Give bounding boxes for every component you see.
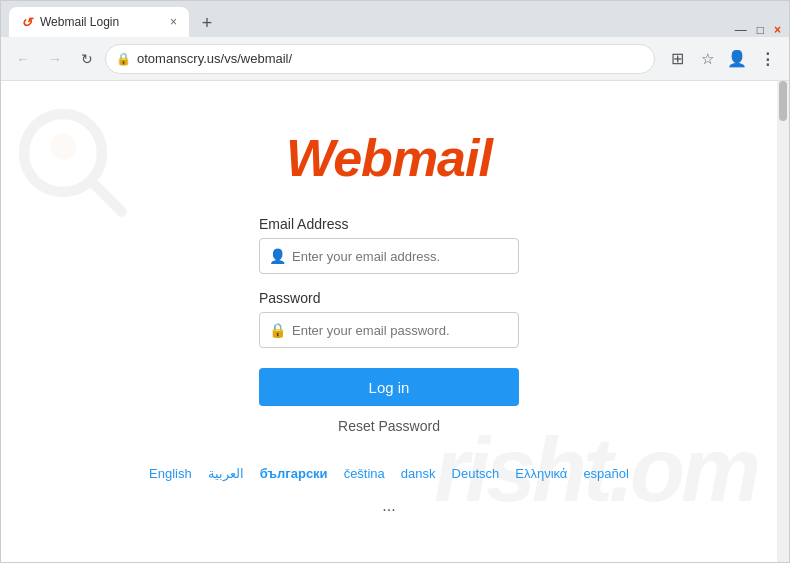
user-icon: 👤 (269, 248, 286, 264)
email-input[interactable] (259, 238, 519, 274)
url-text: otomanscry.us/vs/webmail/ (137, 51, 292, 66)
lang-arabic[interactable]: العربية (208, 466, 244, 481)
email-input-wrapper: 👤 (259, 238, 519, 274)
login-container: Webmail Email Address 👤 Password 🔒 Log i… (1, 81, 777, 562)
lock-input-icon: 🔒 (269, 322, 286, 338)
forward-icon: → (48, 51, 62, 67)
tab-bar: ↺ Webmail Login × + — □ × (1, 1, 789, 37)
window-controls: — □ × (735, 23, 781, 37)
reset-password-link[interactable]: Reset Password (338, 418, 440, 434)
lang-spanish[interactable]: español (583, 466, 629, 481)
language-bar: English العربية български čeština dansk … (139, 466, 639, 515)
browser-window: ↺ Webmail Login × + — □ × ← → ↻ 🔒 otoman… (0, 0, 790, 563)
reload-icon: ↻ (81, 51, 93, 67)
lang-german[interactable]: Deutsch (452, 466, 500, 481)
lang-bulgarian[interactable]: български (260, 466, 328, 481)
page-content: risht.om Webmail Email Address 👤 Passwor… (1, 81, 789, 562)
password-form-group: Password 🔒 (259, 290, 519, 348)
scrollbar[interactable] (777, 81, 789, 562)
lang-czech[interactable]: čeština (344, 466, 385, 481)
close-window-button[interactable]: × (774, 23, 781, 37)
lock-icon: 🔒 (116, 52, 131, 66)
more-languages-button[interactable]: ... (382, 497, 395, 515)
grid-button[interactable]: ⊞ (663, 45, 691, 73)
menu-button[interactable]: ⋮ (753, 45, 781, 73)
forward-button[interactable]: → (41, 45, 69, 73)
email-form-group: Email Address 👤 (259, 216, 519, 274)
tab-favicon: ↺ (21, 15, 32, 30)
browser-toolbar: ← → ↻ 🔒 otomanscry.us/vs/webmail/ ⊞ ☆ 👤 … (1, 37, 789, 81)
toolbar-actions: ⊞ ☆ 👤 ⋮ (663, 45, 781, 73)
profile-button[interactable]: 👤 (723, 45, 751, 73)
lang-greek[interactable]: Ελληνικά (515, 466, 567, 481)
scrollbar-thumb[interactable] (779, 81, 787, 121)
password-input[interactable] (259, 312, 519, 348)
maximize-button[interactable]: □ (757, 23, 764, 37)
new-tab-button[interactable]: + (193, 9, 221, 37)
reload-button[interactable]: ↻ (73, 45, 101, 73)
back-button[interactable]: ← (9, 45, 37, 73)
minimize-button[interactable]: — (735, 23, 747, 37)
tab-close-button[interactable]: × (170, 15, 177, 29)
password-label: Password (259, 290, 519, 306)
webmail-logo: Webmail (286, 128, 492, 188)
password-input-wrapper: 🔒 (259, 312, 519, 348)
tab-title: Webmail Login (40, 15, 119, 29)
lang-danish[interactable]: dansk (401, 466, 436, 481)
bookmark-button[interactable]: ☆ (693, 45, 721, 73)
address-bar[interactable]: 🔒 otomanscry.us/vs/webmail/ (105, 44, 655, 74)
active-tab[interactable]: ↺ Webmail Login × (9, 7, 189, 37)
login-button[interactable]: Log in (259, 368, 519, 406)
back-icon: ← (16, 51, 30, 67)
lang-english[interactable]: English (149, 466, 192, 481)
email-label: Email Address (259, 216, 519, 232)
